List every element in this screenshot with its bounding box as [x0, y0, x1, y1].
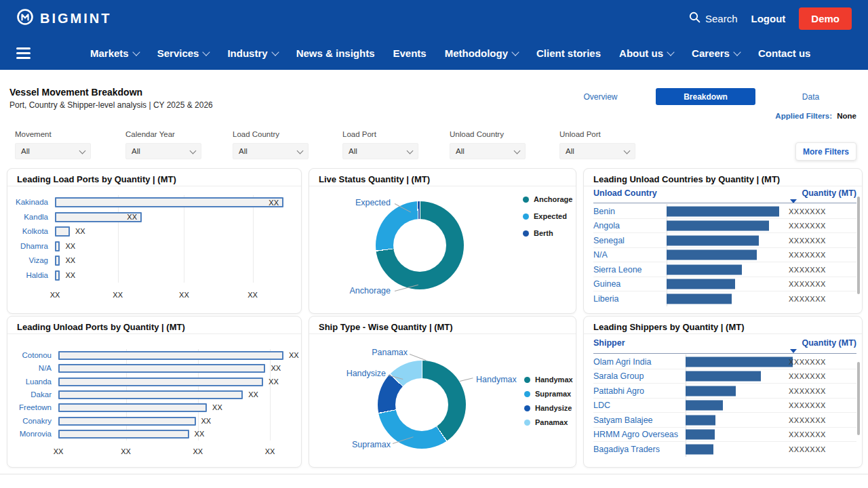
bar-luanda[interactable] — [58, 378, 263, 386]
legend-item-expected[interactable]: Expected — [523, 212, 567, 220]
row-bar[interactable] — [686, 444, 713, 454]
filter-dropdown[interactable]: All — [233, 143, 309, 159]
tab-breakdown[interactable]: Breakdown — [656, 88, 755, 105]
nav-item-client-stories[interactable]: Client stories — [536, 47, 601, 59]
nav-item-industry[interactable]: Industry — [227, 47, 277, 59]
row-label[interactable]: Olam Agri India — [593, 357, 651, 367]
column-header-shipper[interactable]: Shipper — [593, 338, 625, 348]
nav-item-methodology[interactable]: Methodology — [445, 47, 518, 59]
row-value: XXXXXXX — [789, 237, 826, 245]
bar-n-a[interactable] — [58, 364, 265, 373]
row-bar[interactable] — [667, 293, 732, 304]
row-bar[interactable] — [686, 386, 736, 396]
column-header-quantity[interactable]: Quantity (MT) — [802, 188, 856, 198]
nav-item-markets[interactable]: Markets — [90, 47, 139, 59]
filter-dropdown[interactable]: All — [15, 143, 91, 159]
row-label[interactable]: Bagadiya Traders — [593, 445, 660, 454]
search-button[interactable]: Search — [689, 12, 738, 25]
bar-kolkota[interactable] — [55, 226, 70, 237]
row-label[interactable]: Senegal — [593, 236, 625, 245]
bar-value-label: XX — [201, 415, 212, 428]
legend-item-supramax[interactable]: Supramax — [524, 390, 571, 398]
demo-button[interactable]: Demo — [799, 7, 852, 30]
donut-ring[interactable] — [378, 361, 466, 449]
tab-overview[interactable]: Overview — [548, 88, 653, 105]
row-label[interactable]: Guinea — [593, 279, 620, 289]
row-label[interactable]: Sarala Group — [593, 371, 644, 381]
row-label[interactable]: Sierra Leone — [593, 265, 642, 274]
bar-haldia[interactable] — [55, 270, 60, 281]
row-bar[interactable] — [686, 415, 715, 425]
filter-dropdown[interactable]: All — [450, 143, 526, 159]
row-bar[interactable] — [667, 250, 757, 260]
row-label[interactable]: Benin — [593, 207, 615, 216]
column-header-quantity[interactable]: Quantity (MT) — [802, 338, 856, 348]
bar-cotonou[interactable] — [58, 351, 283, 360]
table-row: GuineaXXXXXXX — [593, 277, 856, 292]
donut-ring[interactable] — [376, 201, 464, 289]
callout-line — [410, 354, 427, 361]
bigmint-logo[interactable]: BIGMINT — [16, 8, 111, 28]
row-bar[interactable] — [686, 430, 715, 440]
legend-item-handysize[interactable]: Handysize — [524, 404, 572, 412]
menu-icon[interactable] — [16, 47, 31, 59]
row-bar[interactable] — [667, 279, 735, 289]
filter-dropdown[interactable]: All — [342, 143, 418, 159]
nav-item-contact-us[interactable]: Contact us — [758, 47, 811, 59]
bar-monrovia[interactable] — [58, 430, 189, 439]
row-value: XXXXXXX — [789, 358, 826, 366]
bar-conakry[interactable] — [58, 417, 196, 426]
x-axis-tick: XX — [50, 291, 60, 299]
gridline — [118, 195, 119, 283]
filter-dropdown[interactable]: All — [559, 143, 635, 159]
row-label[interactable]: Pattabhi Agro — [593, 386, 644, 396]
nav-item-careers[interactable]: Careers — [692, 47, 740, 59]
row-bar[interactable] — [667, 235, 759, 245]
table-row: Satyam BalajeeXXXXXXX — [593, 413, 856, 428]
row-bar[interactable] — [686, 357, 793, 367]
more-filters-button[interactable]: More Filters — [795, 142, 856, 161]
bar-freetown[interactable] — [58, 403, 207, 412]
legend-item-panamax[interactable]: Panamax — [524, 418, 568, 426]
nav-item-news-insights[interactable]: News & insights — [296, 47, 375, 59]
legend-label: Panamax — [535, 418, 568, 426]
bar-vizag[interactable] — [55, 256, 60, 266]
nav-item-about-us[interactable]: About us — [619, 47, 673, 59]
bar-category-label: Vizag — [13, 253, 48, 268]
row-bar[interactable] — [686, 401, 723, 411]
table-scrollbar[interactable] — [857, 197, 860, 294]
bar-dakar[interactable] — [58, 390, 243, 399]
row-label[interactable]: LDC — [593, 401, 610, 410]
row-value: XXXXXXX — [789, 445, 826, 453]
bar-category-label: Monrovia — [13, 428, 52, 441]
bar-kakinada[interactable]: XX — [55, 197, 283, 207]
bar-dhamra[interactable] — [55, 241, 60, 251]
nav-item-label: Industry — [227, 47, 267, 59]
chevron-down-icon — [297, 148, 304, 155]
row-label[interactable]: HRMM Agro Overseas — [593, 430, 678, 439]
row-label[interactable]: Satyam Balajee — [593, 415, 653, 425]
row-bar[interactable] — [667, 221, 769, 231]
legend-item-berth[interactable]: Berth — [523, 229, 553, 237]
logout-button[interactable]: Logout — [751, 13, 786, 24]
table-row: HRMM Agro OverseasXXXXXXX — [593, 428, 856, 443]
row-label[interactable]: Liberia — [593, 294, 619, 304]
nav-item-events[interactable]: Events — [393, 47, 426, 59]
filter-dropdown[interactable]: All — [125, 143, 201, 159]
table-scrollbar[interactable] — [857, 362, 860, 435]
nav-item-services[interactable]: Services — [157, 47, 210, 59]
bar-kandla[interactable]: XX — [55, 212, 142, 222]
tab-data[interactable]: Data — [758, 88, 863, 105]
table-row: Pattabhi AgroXXXXXXX — [593, 384, 856, 399]
row-label[interactable]: N/A — [593, 250, 608, 260]
filter-label: Unload Port — [559, 130, 635, 138]
row-bar[interactable] — [667, 264, 742, 274]
nav-item-label: Contact us — [758, 47, 811, 59]
row-bar[interactable] — [667, 206, 779, 216]
legend-item-anchorage[interactable]: Anchorage — [523, 195, 572, 203]
column-header-unload-country[interactable]: Unload Country — [593, 188, 657, 198]
filter-label: Load Country — [233, 130, 309, 138]
filter-load-country: Load CountryAll — [233, 130, 309, 159]
row-bar[interactable] — [686, 371, 761, 382]
row-label[interactable]: Angola — [593, 221, 620, 230]
